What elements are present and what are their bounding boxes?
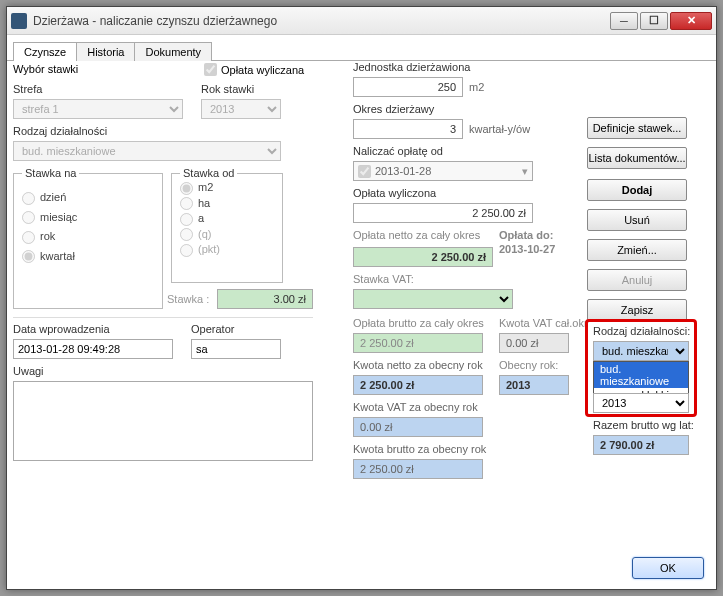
obecny-rok-value: 2013 [499,375,569,395]
operator-input [191,339,281,359]
oplata-wyliczana-checkbox [204,63,217,76]
rodzaj-dzialalnosci-select: bud. mieszkaniowe [13,141,281,161]
jednostka-unit: m2 [469,81,484,93]
oplata-wyliczana-label: Opłata wyliczana [221,64,304,76]
okres-value: 3 [353,119,463,139]
right-rodzaj-label: Rodzaj działalności: [593,325,690,337]
data-wprowadzenia-label: Data wprowadzenia [13,323,110,335]
oplata-netto-okres-label: Opłata netto za cały okres [353,229,480,241]
lista-dokumentow-button[interactable]: Lista dokumentów... [587,147,687,169]
stawka-od-pkt: (pkt) [180,243,274,257]
stawka-label: Stawka : [167,293,209,305]
stawka-na-fieldset: Stawka na dzień miesiąc rok kwartał [13,167,163,309]
ok-button[interactable]: OK [632,557,704,579]
stawka-na-miesiac: miesiąc [22,211,154,225]
tab-dokumenty[interactable]: Dokumenty [134,42,212,61]
oplata-wyliczona-value: 2 250.00 zł [353,203,533,223]
data-wprowadzenia-input [13,339,173,359]
kwota-vat-okres-value: 0.00 zł [499,333,569,353]
oplata-do-value: 2013-10-27 [499,243,555,255]
kwota-netto-rok-value: 2 250.00 zł [353,375,483,395]
dodaj-button[interactable]: Dodaj [587,179,687,201]
okres-label: Okres dzierżawy [353,103,434,115]
close-button[interactable]: ✕ [670,12,712,30]
anuluj-button: Anuluj [587,269,687,291]
window-title: Dzierżawa - naliczanie czynszu dzierżawn… [33,14,608,28]
right-rodzaj-select[interactable]: bud. mieszkaniowe [593,341,689,361]
calendar-icon: ▾ [522,165,528,178]
strefa-label: Strefa [13,83,42,95]
oplata-brutto-okres-label: Opłata brutto za cały okres [353,317,484,329]
razem-value: 2 790.00 zł [593,435,689,455]
stawka-value: 3.00 zł [217,289,313,309]
kwota-brutto-rok-label: Kwota brutto za obecny rok [353,443,486,455]
naliczac-checkbox [358,165,371,178]
stawka-od-legend: Stawka od [180,167,237,179]
stawka-na-kwartal: kwartał [22,250,154,264]
naliczac-label: Naliczać opłatę od [353,145,443,157]
oplata-do-label: Opłata do: [499,229,553,241]
oplata-brutto-okres-value: 2 250.00 zł [353,333,483,353]
obecny-rok-label: Obecny rok: [499,359,558,371]
stawka-od-fieldset: Stawka od m2 ha a (q) (pkt) [171,167,283,283]
maximize-button[interactable]: ☐ [640,12,668,30]
kwota-brutto-rok-value: 2 250.00 zł [353,459,483,479]
stawka-od-ha: ha [180,197,274,211]
uwagi-textarea[interactable] [13,381,313,461]
kwota-vat-okres-label: Kwota VAT cał.okr [499,317,588,329]
right-year-select[interactable]: 2013 [593,393,689,413]
rodzaj-option-mieszkaniowe[interactable]: bud. mieszkaniowe [594,362,688,388]
stawka-na-legend: Stawka na [22,167,79,179]
zapisz-button[interactable]: Zapisz [587,299,687,321]
operator-label: Operator [191,323,234,335]
usun-button[interactable]: Usuń [587,209,687,231]
naliczac-value: 2013-01-28 [375,165,522,177]
app-icon [11,13,27,29]
stawka-vat-label: Stawka VAT: [353,273,414,285]
minimize-button[interactable]: ─ [610,12,638,30]
tab-bar: Czynsze Historia Dokumenty [7,41,716,61]
stawka-od-a: a [180,212,274,226]
stawka-od-q: (q) [180,228,274,242]
strefa-select: strefa 1 [13,99,183,119]
stawka-vat-select[interactable] [353,289,513,309]
titlebar: Dzierżawa - naliczanie czynszu dzierżawn… [7,7,716,35]
definicje-stawek-button[interactable]: Definicje stawek... [587,117,687,139]
kwota-netto-rok-label: Kwota netto za obecny rok [353,359,483,371]
stawka-na-rok: rok [22,230,154,244]
jednostka-value: 250 [353,77,463,97]
kwota-vat-rok-label: Kwota VAT za obecny rok [353,401,478,413]
rodzaj-dzialalnosci-label: Rodzaj działalności [13,125,107,137]
tab-historia[interactable]: Historia [76,42,135,61]
rok-stawki-label: Rok stawki [201,83,254,95]
tab-czynsze[interactable]: Czynsze [13,42,77,61]
uwagi-label: Uwagi [13,365,44,377]
stawka-od-m2: m2 [180,181,274,195]
razem-label: Razem brutto wg lat: [593,419,694,431]
oplata-wyliczona-label: Opłata wyliczona [353,187,436,199]
jednostka-label: Jednostka dzierżawiona [353,61,470,73]
wybor-stawki-label: Wybór stawki [13,63,78,75]
okres-unit: kwartał-y/ów [469,123,530,135]
zmien-button[interactable]: Zmień... [587,239,687,261]
stawka-na-dzien: dzień [22,191,154,205]
rok-stawki-select: 2013 [201,99,281,119]
oplata-netto-okres-value: 2 250.00 zł [353,247,493,267]
kwota-vat-rok-value: 0.00 zł [353,417,483,437]
